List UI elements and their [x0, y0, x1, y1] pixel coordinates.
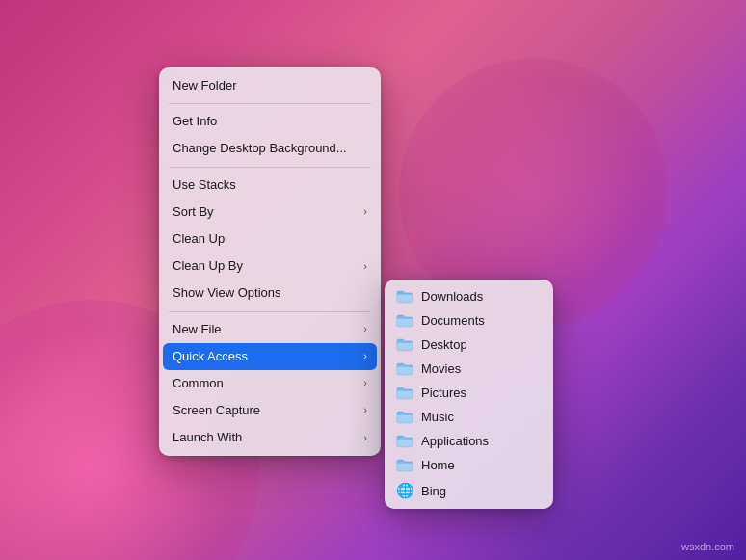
- chevron-right-icon: ›: [363, 376, 367, 390]
- menu-item-show-view-options[interactable]: Show View Options: [159, 280, 381, 307]
- menu-item-label: Screen Capture: [173, 402, 260, 419]
- submenu-item-label: Home: [421, 458, 455, 472]
- chevron-right-icon: ›: [363, 322, 367, 336]
- menu-item-label: Sort By: [173, 203, 214, 221]
- menu-item-launch-with[interactable]: Launch With ›: [159, 424, 381, 451]
- watermark: wsxdn.com: [681, 541, 734, 552]
- menu-item-label: Change Desktop Background...: [173, 140, 347, 157]
- menu-item-label: Use Stacks: [173, 176, 236, 194]
- submenu-item-applications[interactable]: Applications: [385, 429, 553, 453]
- submenu-item-label: Documents: [421, 313, 485, 328]
- chevron-right-icon: ›: [363, 431, 367, 445]
- separator-2: [169, 167, 371, 168]
- folder-icon: [396, 289, 413, 304]
- menu-item-label: New File: [173, 321, 222, 338]
- submenu-item-home[interactable]: Home: [385, 453, 553, 477]
- chevron-right-icon: ›: [363, 204, 367, 219]
- menu-item-label: Clean Up By: [173, 257, 243, 275]
- submenu-item-pictures[interactable]: Pictures: [385, 381, 553, 405]
- menu-item-clean-up-by[interactable]: Clean Up By ›: [159, 253, 381, 280]
- submenu-item-label: Music: [421, 410, 454, 424]
- menu-item-sort-by[interactable]: Sort By ›: [159, 199, 381, 226]
- chevron-right-icon: ›: [363, 403, 367, 417]
- menu-item-clean-up[interactable]: Clean Up: [159, 226, 381, 253]
- menu-item-label: Common: [173, 375, 224, 392]
- chevron-right-icon: ›: [363, 259, 367, 274]
- menu-item-label: Clean Up: [173, 230, 225, 248]
- folder-icon: [396, 410, 413, 424]
- submenu-item-movies[interactable]: Movies: [385, 357, 553, 381]
- submenu-item-documents[interactable]: Documents: [385, 308, 553, 333]
- menu-item-get-info[interactable]: Get Info: [159, 108, 381, 135]
- submenu-item-label: Applications: [421, 434, 489, 448]
- quick-access-submenu: Downloads Documents Desktop Movi: [385, 280, 553, 509]
- menu-item-use-stacks[interactable]: Use Stacks: [159, 172, 381, 199]
- submenu-item-label: Bing: [421, 484, 446, 498]
- separator-1: [169, 103, 371, 104]
- folder-icon: [396, 458, 413, 472]
- submenu-item-music[interactable]: Music: [385, 405, 553, 429]
- submenu-item-bing[interactable]: 🌐 Bing: [385, 477, 553, 504]
- folder-icon: [396, 434, 413, 448]
- menu-item-common[interactable]: Common ›: [159, 370, 381, 397]
- submenu-item-label: Desktop: [421, 337, 467, 352]
- globe-icon: 🌐: [396, 482, 413, 499]
- submenu-item-label: Downloads: [421, 289, 483, 304]
- menu-item-label: Launch With: [173, 429, 242, 446]
- submenu-item-downloads[interactable]: Downloads: [385, 284, 553, 308]
- menu-item-new-file[interactable]: New File ›: [159, 316, 381, 343]
- menu-item-label: Quick Access: [173, 348, 248, 365]
- folder-icon: [396, 337, 413, 352]
- separator-3: [169, 311, 371, 312]
- context-menu: New Folder Get Info Change Desktop Backg…: [159, 67, 381, 456]
- submenu-item-label: Movies: [421, 361, 461, 376]
- chevron-right-icon: ›: [363, 349, 367, 363]
- menu-item-label: Show View Options: [173, 284, 281, 302]
- menu-item-label: Get Info: [173, 113, 217, 130]
- folder-icon: [396, 361, 413, 376]
- folder-icon: [396, 313, 413, 328]
- submenu-item-label: Pictures: [421, 386, 466, 400]
- menu-item-quick-access[interactable]: Quick Access ›: [163, 343, 377, 370]
- menu-item-label: New Folder: [173, 77, 236, 94]
- submenu-item-desktop[interactable]: Desktop: [385, 333, 553, 357]
- menu-item-screen-capture[interactable]: Screen Capture ›: [159, 397, 381, 424]
- menu-item-change-desktop[interactable]: Change Desktop Background...: [159, 135, 381, 162]
- folder-icon: [396, 386, 413, 400]
- menu-item-new-folder[interactable]: New Folder: [159, 72, 381, 99]
